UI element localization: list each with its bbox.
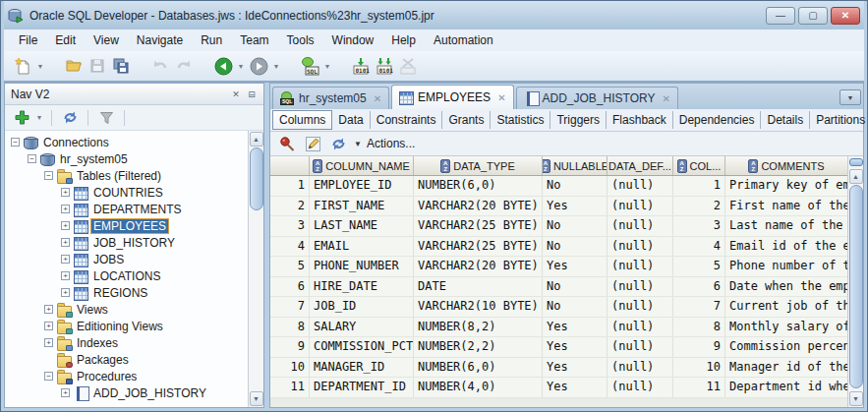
new-file-dropdown-icon[interactable]: ▼ [35,63,45,70]
grid-row[interactable]: 7 JOB_ID VARCHAR2(10 BYTE) No (null) 7 C… [270,297,847,318]
subtab-columns[interactable]: Columns [272,110,332,130]
cell-nullable[interactable]: No [543,297,608,317]
subtab-statistics[interactable]: Statistics [491,111,550,129]
cell-column-id[interactable]: 6 [673,277,725,297]
expand-toggle-icon[interactable]: + [44,305,53,314]
cell-comments[interactable]: Commission percen [725,337,847,357]
tree-item-editioning-views[interactable]: + Editioning Views [5,318,248,334]
subtab-triggers[interactable]: Triggers [550,111,607,129]
expand-toggle-icon[interactable]: − [44,171,53,180]
grid-row[interactable]: 4 EMAIL VARCHAR2(25 BYTE) No (null) 4 Em… [270,237,847,258]
grid-row[interactable]: 3 LAST_NAME VARCHAR2(25 BYTE) No (null) … [270,216,847,237]
cell-column-id[interactable]: 5 [673,257,725,276]
cell-comments[interactable]: Phone number of t [725,257,847,276]
grid-scroll-up-icon[interactable]: ▲ [849,169,863,184]
tree-item-countries[interactable]: + COUNTRIES [5,184,248,201]
title-bar[interactable]: Oracle SQL Developer - Databases.jws : I… [4,1,864,29]
cell-data-default[interactable]: (null) [608,297,673,317]
tab-close-icon[interactable]: ✕ [495,92,505,103]
cell-comments[interactable]: Manager id of the [725,358,847,378]
cell-data-default[interactable]: (null) [608,318,673,337]
cell-data-type[interactable]: NUMBER(8,2) [414,318,543,337]
maximize-button[interactable]: ▢ [798,7,828,25]
expand-toggle-icon[interactable]: + [61,288,70,297]
expand-toggle-icon[interactable]: − [11,138,20,147]
cell-row-number[interactable]: 2 [270,197,310,216]
subtab-constraints[interactable]: Constraints [371,111,443,129]
cell-comments[interactable]: Date when the emp [725,277,847,297]
cell-nullable[interactable]: Yes [543,197,608,216]
cell-comments[interactable]: Monthly salary of [725,318,847,337]
grid-column-header-comments[interactable]: AZ COMMENTS [725,156,847,175]
cell-column-name[interactable]: SALARY [310,318,414,337]
grid-row[interactable]: 9 COMMISSION_PCT NUMBER(2,2) Yes (null) … [270,337,847,358]
cell-data-type[interactable]: VARCHAR2(25 BYTE) [414,237,543,257]
menu-item-tools[interactable]: Tools [278,31,323,49]
cell-nullable[interactable]: No [543,237,608,257]
split-view-handle[interactable] [849,158,863,166]
cell-data-default[interactable]: (null) [608,216,673,236]
cell-row-number[interactable]: 3 [270,216,310,236]
cell-comments[interactable]: Last name of the [725,216,847,236]
grid-row[interactable]: 5 PHONE_NUMBER VARCHAR2(20 BYTE) Yes (nu… [270,257,847,277]
expand-toggle-icon[interactable]: + [44,338,53,347]
navigator-collapse-icon[interactable]: ⊟ [244,88,260,101]
cell-nullable[interactable]: Yes [543,318,608,337]
cell-nullable[interactable]: No [543,216,608,236]
cell-column-id[interactable]: 2 [673,197,725,216]
expand-toggle-icon[interactable]: + [61,238,70,247]
back-dropdown-icon[interactable]: ▼ [236,63,246,70]
navigator-scrollbar[interactable]: ▲ ▼ [248,131,263,407]
cell-data-type[interactable]: NUMBER(6,0) [414,358,543,378]
cell-row-number[interactable]: 5 [270,257,310,276]
actions-menu[interactable]: Actions... [367,137,415,150]
expand-toggle-icon[interactable]: + [61,221,70,230]
cell-row-number[interactable]: 6 [270,277,310,297]
cell-data-type[interactable]: NUMBER(4,0) [414,378,543,397]
cell-column-name[interactable]: PHONE_NUMBER [310,257,414,276]
scroll-up-icon[interactable]: ▲ [250,132,263,147]
cell-data-type[interactable]: VARCHAR2(25 BYTE) [414,216,543,236]
tab-list-dropdown-icon[interactable]: ▼ [839,89,861,105]
cell-data-type[interactable]: NUMBER(6,0) [414,176,543,196]
cell-column-id[interactable]: 9 [673,337,725,357]
tree-item-indexes[interactable]: + Indexes [5,334,248,351]
grid-scrollbar-thumb[interactable] [849,185,863,388]
grid-column-header[interactable]: AZ [270,156,310,175]
tab-close-icon[interactable]: ✕ [372,93,381,104]
grid-row[interactable]: 1 EMPLOYEE_ID NUMBER(6,0) No (null) 1 Pr… [270,176,847,197]
tree-item-locations[interactable]: + LOCATIONS [5,267,248,284]
cell-comments[interactable]: Current job of th [725,297,847,317]
cell-data-default[interactable]: (null) [608,337,673,357]
menu-item-team[interactable]: Team [231,31,277,49]
subtab-details[interactable]: Details [761,111,810,129]
cell-comments[interactable]: Email id of the e [725,237,847,257]
editor-tab-employees[interactable]: EMPLOYEES ✕ [391,85,513,109]
actions-dropdown-icon[interactable]: ▼ [353,140,363,148]
navigator-close-icon[interactable]: ✕ [228,88,244,101]
filter-button[interactable] [95,106,117,130]
expand-toggle-icon[interactable]: + [61,255,70,264]
tree-item-regions[interactable]: + REGIONS [5,284,248,301]
editor-tab-add-job-history[interactable]: ADD_JOB_HISTORY ✕ [516,87,678,109]
cell-comments[interactable]: Primary key of em [725,176,847,196]
expand-toggle-icon[interactable]: + [61,188,70,197]
cell-column-name[interactable]: COMMISSION_PCT [310,337,414,357]
expand-toggle-icon[interactable]: + [61,205,70,213]
menu-item-automation[interactable]: Automation [425,31,502,49]
cell-column-name[interactable]: JOB_ID [310,297,414,317]
subtab-dependencies[interactable]: Dependencies [673,111,762,129]
freeze-pin-button[interactable] [276,132,298,155]
subtab-flashback[interactable]: Flashback [607,111,673,129]
grid-scroll-down-icon[interactable]: ▼ [849,391,863,406]
cell-data-default[interactable]: (null) [608,237,673,257]
refresh-button[interactable] [59,106,81,130]
tree-item-connections[interactable]: − Connections [5,134,248,150]
cell-column-id[interactable]: 3 [673,216,725,236]
cell-nullable[interactable]: Yes [543,378,608,397]
cell-data-type[interactable]: VARCHAR2(10 BYTE) [414,297,543,317]
grid-column-header-data-def[interactable]: AZ DATA_DEF... [608,156,673,175]
menu-item-help[interactable]: Help [382,31,425,49]
save-button[interactable] [87,54,108,78]
tree-item-add-job-history[interactable]: + ADD_JOB_HISTORY [5,384,248,401]
